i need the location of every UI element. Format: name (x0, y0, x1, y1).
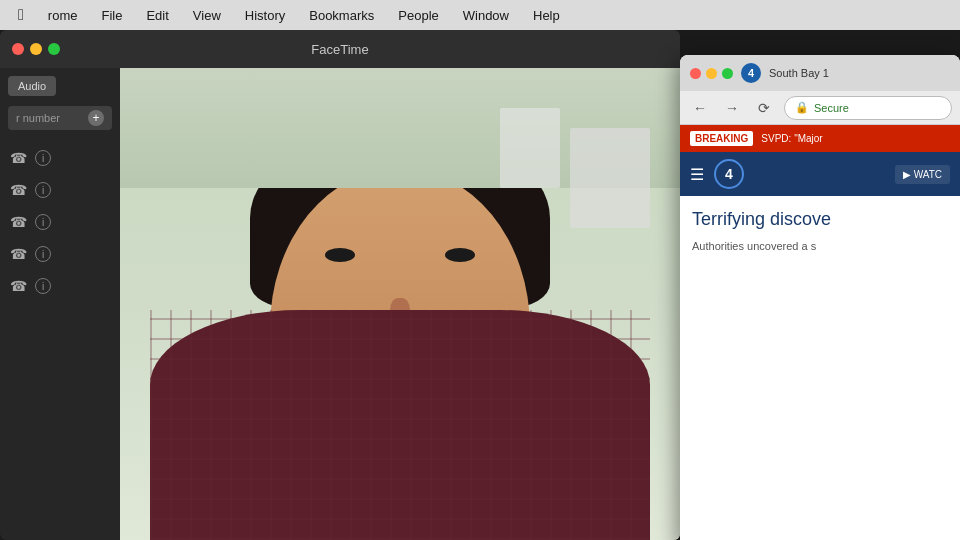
add-number-button[interactable]: + (88, 110, 104, 126)
breaking-news-banner: BREAKING SVPD: "Major (680, 125, 960, 152)
browser-maximize-button[interactable] (722, 68, 733, 79)
info-button-4[interactable]: i (35, 246, 51, 262)
call-entry-3: ☎ i (8, 208, 112, 236)
call-entry-4: ☎ i (8, 240, 112, 268)
browser-toolbar: ← → ⟳ 🔒 Secure (680, 91, 960, 125)
secure-icon: 🔒 (795, 101, 809, 114)
breaking-label: BREAKING (690, 131, 753, 146)
call-entry-1: ☎ i (8, 144, 112, 172)
person-video-feed (120, 68, 680, 540)
browser-address-bar[interactable]: 🔒 Secure (784, 96, 952, 120)
browser-tab-title[interactable]: South Bay 1 (769, 67, 950, 79)
shirt (150, 310, 650, 540)
audio-button[interactable]: Audio (8, 76, 56, 96)
info-button-3[interactable]: i (35, 214, 51, 230)
breaking-news-text: SVPD: "Major (761, 133, 822, 144)
number-input[interactable]: r number + (8, 106, 112, 130)
browser-minimize-button[interactable] (706, 68, 717, 79)
menu-history[interactable]: History (235, 6, 295, 25)
right-eye (445, 248, 475, 262)
menu-file[interactable]: File (91, 6, 132, 25)
call-entry-2: ☎ i (8, 176, 112, 204)
browser-traffic-lights (690, 68, 733, 79)
left-eye (325, 248, 355, 262)
menu-people[interactable]: People (388, 6, 448, 25)
menu-edit[interactable]: Edit (136, 6, 178, 25)
secure-text: Secure (814, 102, 849, 114)
number-placeholder: r number (16, 112, 60, 124)
phone-icon-4: ☎ (10, 246, 27, 262)
facetime-window: FaceTime Audio r number + ☎ i ☎ i ☎ i ☎ … (0, 30, 680, 540)
news-subtext: Authorities uncovered a s (692, 239, 948, 254)
browser-forward-button[interactable]: → (720, 96, 744, 120)
phone-icon-1: ☎ (10, 150, 27, 166)
browser-back-button[interactable]: ← (688, 96, 712, 120)
phone-icon-3: ☎ (10, 214, 27, 230)
channel-logo: 4 (714, 159, 744, 189)
watch-button[interactable]: ▶ WATC (895, 165, 950, 184)
menu-view[interactable]: View (183, 6, 231, 25)
info-button-5[interactable]: i (35, 278, 51, 294)
browser-window: 4 South Bay 1 ← → ⟳ 🔒 Secure BREAKING SV… (680, 55, 960, 540)
info-button-1[interactable]: i (35, 150, 51, 166)
browser-title-bar: 4 South Bay 1 (680, 55, 960, 91)
hamburger-menu-icon[interactable]: ☰ (690, 165, 704, 184)
plaid-pattern (150, 310, 650, 540)
facetime-sidebar: Audio r number + ☎ i ☎ i ☎ i ☎ i ☎ i (0, 68, 120, 540)
news-content: Terrifying discove Authorities uncovered… (680, 196, 960, 267)
wall-note (500, 108, 560, 188)
browser-reload-button[interactable]: ⟳ (752, 96, 776, 120)
window-minimize-button[interactable] (30, 43, 42, 55)
phone-icon-2: ☎ (10, 182, 27, 198)
wall-poster (570, 128, 650, 228)
menu-window[interactable]: Window (453, 6, 519, 25)
browser-close-button[interactable] (690, 68, 701, 79)
info-button-2[interactable]: i (35, 182, 51, 198)
call-entry-5: ☎ i (8, 272, 112, 300)
facetime-title: FaceTime (311, 42, 368, 57)
window-traffic-lights (12, 43, 60, 55)
news-headline: Terrifying discove (692, 208, 948, 231)
facetime-titlebar: FaceTime (0, 30, 680, 68)
apple-menu[interactable]:  (8, 4, 34, 26)
menu-chrome[interactable]: rome (38, 6, 88, 25)
window-close-button[interactable] (12, 43, 24, 55)
menu-help[interactable]: Help (523, 6, 570, 25)
news-channel-bar: ☰ 4 ▶ WATC (680, 152, 960, 196)
window-maximize-button[interactable] (48, 43, 60, 55)
phone-icon-5: ☎ (10, 278, 27, 294)
menu-bookmarks[interactable]: Bookmarks (299, 6, 384, 25)
browser-favicon: 4 (741, 63, 761, 83)
facetime-video (120, 68, 680, 540)
menu-bar:  rome File Edit View History Bookmarks … (0, 0, 960, 30)
